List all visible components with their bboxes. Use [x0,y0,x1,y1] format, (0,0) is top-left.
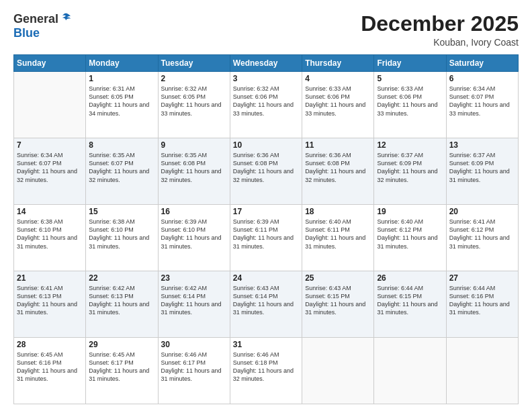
day-number: 24 [233,273,299,283]
cell-info: Sunrise: 6:44 AMSunset: 6:15 PMDaylight:… [377,284,443,317]
table-row: 20Sunrise: 6:41 AMSunset: 6:12 PMDayligh… [446,205,518,271]
day-number: 12 [377,140,443,150]
table-row: 10Sunrise: 6:36 AMSunset: 6:08 PMDayligh… [230,138,302,205]
calendar-week-row: 28Sunrise: 6:45 AMSunset: 6:16 PMDayligh… [14,338,519,404]
cell-info: Sunrise: 6:33 AMSunset: 6:06 PMDaylight:… [377,85,443,118]
cell-info: Sunrise: 6:46 AMSunset: 6:18 PMDaylight:… [233,351,299,383]
cell-info: Sunrise: 6:36 AMSunset: 6:08 PMDaylight:… [305,151,371,184]
cell-info: Sunrise: 6:42 AMSunset: 6:13 PMDaylight:… [89,284,154,317]
col-tuesday: Tuesday [158,55,230,72]
day-number: 7 [17,140,83,150]
cell-info: Sunrise: 6:32 AMSunset: 6:06 PMDaylight:… [233,85,299,118]
col-monday: Monday [86,55,158,72]
table-row: 11Sunrise: 6:36 AMSunset: 6:08 PMDayligh… [302,138,374,205]
table-row: 5Sunrise: 6:33 AMSunset: 6:06 PMDaylight… [374,72,446,138]
cell-info: Sunrise: 6:35 AMSunset: 6:07 PMDaylight:… [89,151,154,184]
table-row [446,338,518,404]
table-row: 3Sunrise: 6:32 AMSunset: 6:06 PMDaylight… [230,72,302,138]
table-row: 17Sunrise: 6:39 AMSunset: 6:11 PMDayligh… [230,205,302,271]
col-wednesday: Wednesday [230,55,302,72]
table-row [14,72,86,138]
cell-info: Sunrise: 6:43 AMSunset: 6:14 PMDaylight:… [233,284,299,317]
table-row: 13Sunrise: 6:37 AMSunset: 6:09 PMDayligh… [446,138,518,205]
calendar-week-row: 21Sunrise: 6:41 AMSunset: 6:13 PMDayligh… [14,271,519,338]
table-row: 30Sunrise: 6:46 AMSunset: 6:17 PMDayligh… [158,338,230,404]
day-number: 17 [233,207,299,216]
day-number: 3 [233,74,299,83]
table-row: 23Sunrise: 6:42 AMSunset: 6:14 PMDayligh… [158,271,230,338]
day-number: 26 [377,273,443,283]
cell-info: Sunrise: 6:45 AMSunset: 6:17 PMDaylight:… [89,351,154,383]
calendar-week-row: 7Sunrise: 6:34 AMSunset: 6:07 PMDaylight… [14,138,519,205]
calendar-week-row: 1Sunrise: 6:31 AMSunset: 6:05 PMDaylight… [14,72,519,138]
cell-info: Sunrise: 6:31 AMSunset: 6:05 PMDaylight:… [89,85,154,118]
table-row: 19Sunrise: 6:40 AMSunset: 6:12 PMDayligh… [374,205,446,271]
day-number: 14 [17,207,83,216]
cell-info: Sunrise: 6:39 AMSunset: 6:10 PMDaylight:… [161,218,227,250]
table-row: 22Sunrise: 6:42 AMSunset: 6:13 PMDayligh… [86,271,158,338]
day-number: 9 [161,140,227,150]
table-row: 24Sunrise: 6:43 AMSunset: 6:14 PMDayligh… [230,271,302,338]
cell-info: Sunrise: 6:41 AMSunset: 6:12 PMDaylight:… [449,218,515,250]
day-number: 22 [89,273,154,283]
calendar-header-row: Sunday Monday Tuesday Wednesday Thursday… [14,55,519,72]
day-number: 8 [89,140,154,150]
table-row [374,338,446,404]
day-number: 30 [161,340,227,349]
table-row: 15Sunrise: 6:38 AMSunset: 6:10 PMDayligh… [86,205,158,271]
day-number: 1 [89,74,154,83]
table-row: 8Sunrise: 6:35 AMSunset: 6:07 PMDaylight… [86,138,158,205]
title-block: December 2025 Kouban, Ivory Coast [361,12,519,48]
cell-info: Sunrise: 6:36 AMSunset: 6:08 PMDaylight:… [233,151,299,184]
cell-info: Sunrise: 6:42 AMSunset: 6:14 PMDaylight:… [161,284,227,317]
table-row: 25Sunrise: 6:43 AMSunset: 6:15 PMDayligh… [302,271,374,338]
col-sunday: Sunday [14,55,86,72]
table-row: 28Sunrise: 6:45 AMSunset: 6:16 PMDayligh… [14,338,86,404]
logo-general-text: General [13,12,58,26]
col-friday: Friday [374,55,446,72]
logo-bird-icon [60,12,72,24]
table-row: 1Sunrise: 6:31 AMSunset: 6:05 PMDaylight… [86,72,158,138]
day-number: 27 [449,273,515,283]
table-row: 18Sunrise: 6:40 AMSunset: 6:11 PMDayligh… [302,205,374,271]
table-row: 16Sunrise: 6:39 AMSunset: 6:10 PMDayligh… [158,205,230,271]
logo-blue-text: Blue [13,26,40,40]
table-row [302,338,374,404]
day-number: 4 [305,74,371,83]
cell-info: Sunrise: 6:37 AMSunset: 6:09 PMDaylight:… [449,151,515,184]
cell-info: Sunrise: 6:33 AMSunset: 6:06 PMDaylight:… [305,85,371,118]
day-number: 15 [89,207,154,216]
day-number: 6 [449,74,515,83]
day-number: 25 [305,273,371,283]
day-number: 11 [305,140,371,150]
table-row: 29Sunrise: 6:45 AMSunset: 6:17 PMDayligh… [86,338,158,404]
day-number: 18 [305,207,371,216]
table-row: 14Sunrise: 6:38 AMSunset: 6:10 PMDayligh… [14,205,86,271]
table-row: 9Sunrise: 6:35 AMSunset: 6:08 PMDaylight… [158,138,230,205]
cell-info: Sunrise: 6:37 AMSunset: 6:09 PMDaylight:… [377,151,443,184]
day-number: 20 [449,207,515,216]
cell-info: Sunrise: 6:38 AMSunset: 6:10 PMDaylight:… [89,218,154,250]
cell-info: Sunrise: 6:34 AMSunset: 6:07 PMDaylight:… [17,151,83,184]
cell-info: Sunrise: 6:45 AMSunset: 6:16 PMDaylight:… [17,351,83,383]
day-number: 21 [17,273,83,283]
table-row: 26Sunrise: 6:44 AMSunset: 6:15 PMDayligh… [374,271,446,338]
header: General Blue December 2025 Kouban, Ivory… [13,12,519,48]
cell-info: Sunrise: 6:46 AMSunset: 6:17 PMDaylight:… [161,351,227,383]
day-number: 28 [17,340,83,349]
col-thursday: Thursday [302,55,374,72]
cell-info: Sunrise: 6:40 AMSunset: 6:11 PMDaylight:… [305,218,371,250]
table-row: 12Sunrise: 6:37 AMSunset: 6:09 PMDayligh… [374,138,446,205]
table-row: 4Sunrise: 6:33 AMSunset: 6:06 PMDaylight… [302,72,374,138]
table-row: 21Sunrise: 6:41 AMSunset: 6:13 PMDayligh… [14,271,86,338]
col-saturday: Saturday [446,55,518,72]
table-row: 31Sunrise: 6:46 AMSunset: 6:18 PMDayligh… [230,338,302,404]
table-row: 2Sunrise: 6:32 AMSunset: 6:05 PMDaylight… [158,72,230,138]
location-text: Kouban, Ivory Coast [361,37,519,48]
cell-info: Sunrise: 6:32 AMSunset: 6:05 PMDaylight:… [161,85,227,118]
cell-info: Sunrise: 6:44 AMSunset: 6:16 PMDaylight:… [449,284,515,317]
cell-info: Sunrise: 6:34 AMSunset: 6:07 PMDaylight:… [449,85,515,118]
day-number: 2 [161,74,227,83]
day-number: 5 [377,74,443,83]
day-number: 13 [449,140,515,150]
